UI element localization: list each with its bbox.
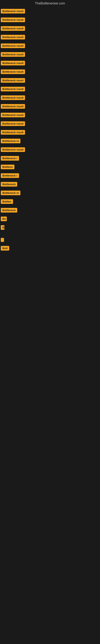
list-item: Bottleneck result — [0, 59, 100, 68]
list-item: Bottleneck result — [0, 50, 100, 59]
bottleneck-result-badge[interactable]: Bottleneck result — [1, 96, 25, 100]
bottleneck-result-badge[interactable]: · — [1, 238, 4, 242]
bottleneck-result-badge[interactable]: Bottleneck result — [1, 113, 25, 117]
list-item: Bottleneck — [0, 206, 100, 214]
bottleneck-result-badge[interactable]: Bottleneck result — [1, 121, 25, 126]
list-item — [0, 269, 100, 273]
list-item — [0, 256, 100, 260]
bottleneck-result-badge[interactable]: Bottlene — [1, 164, 14, 169]
list-item: Bottleneck result — [0, 76, 100, 85]
bottleneck-result-badge[interactable]: Bottleneck result — [1, 61, 25, 66]
list-item — [0, 265, 100, 269]
list-item: Bottleneck result — [0, 24, 100, 33]
list-item: Bottleneck result — [0, 94, 100, 102]
list-item — [0, 252, 100, 256]
list-item: Bottlen — [0, 197, 100, 206]
bottleneck-result-badge[interactable]: Bottleneck result — [1, 147, 25, 152]
bottleneck-result-badge[interactable]: Bottleneck result — [1, 35, 25, 40]
bottleneck-result-badge[interactable]: Bottleneck result — [1, 130, 25, 135]
list-item: Bottleneck result — [0, 68, 100, 76]
list-item: Bottleneck result — [0, 33, 100, 42]
list-item: Bottleneck result — [0, 85, 100, 94]
list-item: Bottleneck result — [0, 119, 100, 128]
list-item: Bottleneck result — [0, 16, 100, 24]
bottleneck-result-badge[interactable]: Bottleneck result — [1, 87, 25, 91]
bottleneck-result-badge[interactable]: Bottleneck result — [1, 26, 25, 31]
list-item: Bottlene — [0, 162, 100, 171]
list-item: Bottleneck — [0, 180, 100, 188]
list-item — [0, 260, 100, 265]
list-item: Bottleneck result — [0, 111, 100, 119]
list-item: Bottleneck result — [0, 42, 100, 50]
list-item — [0, 232, 100, 236]
list-item: Bottleneck result — [0, 102, 100, 111]
bottleneck-result-badge[interactable]: Bottleneck re — [1, 190, 20, 195]
bottleneck-result-badge[interactable]: Bottleneck r — [1, 173, 19, 178]
list-item: Bottleneck re — [0, 137, 100, 145]
bottleneck-result-badge[interactable]: Bottleneck result — [1, 52, 25, 57]
bottleneck-result-badge[interactable]: B — [1, 225, 4, 230]
bottleneck-result-badge[interactable]: Bottleneck result — [1, 78, 25, 83]
list-item: Bott — [0, 244, 100, 252]
bottleneck-result-badge[interactable]: Bottleneck result — [1, 44, 25, 48]
bottleneck-result-badge[interactable]: Bo — [1, 216, 7, 221]
list-item: B — [0, 223, 100, 232]
bottleneck-result-badge[interactable]: Bottleneck result — [1, 104, 25, 109]
list-item: Bottleneck r — [0, 154, 100, 162]
list-item: Bottleneck re — [0, 188, 100, 197]
list-item: Bottleneck r — [0, 171, 100, 180]
bottleneck-result-badge[interactable]: Bottleneck re — [1, 139, 20, 143]
bottleneck-result-badge[interactable]: Bottleneck r — [1, 156, 19, 160]
list-item: Bottleneck result — [0, 128, 100, 137]
list-item: Bottleneck result — [0, 145, 100, 154]
list-item: Bo — [0, 214, 100, 223]
bottleneck-result-badge[interactable]: Bottleneck result — [1, 9, 25, 14]
bottleneck-result-badge[interactable]: Bottleneck result — [1, 18, 25, 22]
bottleneck-result-badge[interactable]: Bottleneck — [1, 182, 17, 186]
list-item: · — [0, 236, 100, 244]
bottleneck-result-badge[interactable]: Bottlen — [1, 199, 13, 204]
bottleneck-result-badge[interactable]: Bott — [1, 246, 9, 250]
bottleneck-result-badge[interactable]: Bottleneck result — [1, 70, 25, 74]
list-item: Bottleneck result — [0, 7, 100, 16]
bottleneck-result-badge[interactable]: Bottleneck — [1, 208, 17, 212]
site-title: TheBottlenecker.com — [0, 0, 100, 7]
